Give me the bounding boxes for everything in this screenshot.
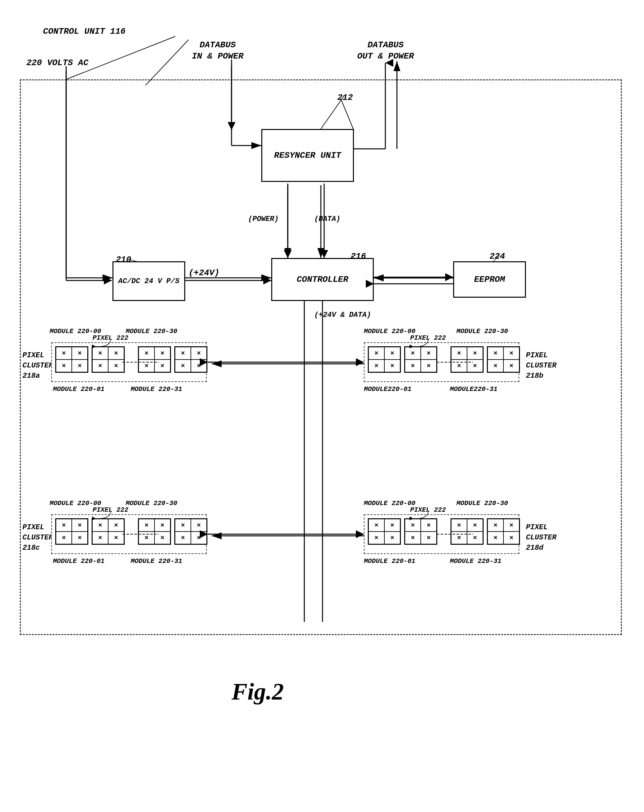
cell: ×	[175, 519, 191, 531]
module-220-30-b: × × × ×	[450, 346, 484, 373]
cell: ×	[139, 519, 154, 531]
plus24v-data-label: (+24V & DATA)	[314, 311, 371, 319]
cluster-218b-box: × × × × × × × × × × × × × × × ×	[364, 342, 519, 382]
cell: ×	[451, 360, 467, 372]
eeprom-label: EEPROM	[474, 275, 505, 284]
cell: ×	[421, 360, 436, 372]
cell: ×	[175, 347, 191, 360]
cell: ×	[405, 531, 421, 544]
module-220-31-a-label: MODULE 220-31	[131, 385, 182, 393]
cell: ×	[488, 347, 504, 360]
cell: ×	[504, 519, 519, 531]
cell: ×	[504, 360, 519, 372]
cluster-218c-box: × × × × × × × × × × × × × × × ×	[51, 514, 207, 554]
module-220-01-b-label: MODULE220-01	[364, 385, 412, 393]
cell: ×	[72, 531, 88, 544]
cell: ×	[488, 531, 504, 544]
module-220-01-a-label: MODULE 220-01	[53, 385, 105, 393]
cell: ×	[421, 519, 436, 531]
cell: ×	[451, 531, 467, 544]
cell: ×	[405, 360, 421, 372]
module-220-31-c-label: MODULE 220-31	[131, 557, 182, 565]
module-220-30-a-top-label: MODULE 220-30	[126, 327, 177, 335]
module-220-00-b: × × × ×	[368, 346, 401, 373]
cell: ×	[368, 360, 385, 372]
module-220-01-c-label: MODULE 220-01	[53, 557, 105, 565]
cell: ×	[92, 519, 108, 531]
module-inner-d: × × × ×	[404, 518, 437, 545]
eeprom-num: 224	[490, 251, 505, 261]
cell: ×	[139, 531, 154, 544]
cell: ×	[92, 531, 108, 544]
module-220-30-c-top-label: MODULE 220-30	[126, 499, 177, 507]
cell: ×	[108, 531, 124, 544]
module-220-01-d-label: MODULE 220-01	[364, 557, 415, 565]
cell: ×	[108, 347, 124, 360]
acdc-label: AC/DC 24 V P/S	[118, 277, 180, 285]
resyncer-label: RESYNCER UNIT	[274, 151, 341, 160]
module-inner-a: × × × ×	[92, 346, 125, 373]
cell: ×	[368, 519, 385, 531]
module-220-30-d: × × × ×	[450, 518, 484, 545]
pixel-222-b-label: PIXEL 222	[410, 334, 446, 342]
cell: ×	[385, 519, 400, 531]
cluster-218b-label: PIXELCLUSTER218b	[526, 351, 556, 381]
diagram-container: CONTROL UNIT 116 220 VOLTS AC DATABUSIN …	[0, 0, 644, 812]
cluster-218d-label: PIXELCLUSTER218d	[526, 523, 556, 553]
cell: ×	[451, 347, 467, 360]
cell: ×	[72, 347, 88, 360]
pixel-222-c-label: PIXEL 222	[93, 506, 128, 514]
data-label: (DATA)	[314, 215, 340, 223]
cell: ×	[56, 347, 72, 360]
cell: ×	[92, 360, 108, 372]
volts-ac-label: 220 VOLTS AC	[26, 58, 88, 68]
module-220-00-d-top-label: MODULE 220-00	[364, 499, 415, 507]
controller-label: CONTROLLER	[297, 275, 348, 284]
resyncer-num: 212	[337, 93, 353, 102]
plus24v-label: (+24V)	[189, 268, 220, 278]
svg-line-23	[145, 40, 189, 85]
controller-num: 216	[351, 251, 366, 261]
cell: ×	[467, 519, 483, 531]
cell: ×	[175, 531, 191, 544]
pixel-222-d-label: PIXEL 222	[410, 506, 446, 514]
cell: ×	[385, 347, 400, 360]
module-220-30-inner-c: × × × ×	[174, 518, 208, 545]
cell: ×	[154, 360, 170, 372]
cell: ×	[139, 360, 154, 372]
cell: ×	[92, 347, 108, 360]
cell: ×	[72, 519, 88, 531]
power-label: (POWER)	[248, 215, 279, 223]
cell: ×	[405, 519, 421, 531]
cell: ×	[175, 360, 191, 372]
module-220-30-c: × × × ×	[138, 518, 171, 545]
cell: ×	[488, 519, 504, 531]
module-220-30-inner-d: × × × ×	[487, 518, 520, 545]
cell: ×	[467, 347, 483, 360]
cell: ×	[56, 519, 72, 531]
module-220-00-b-top-label: MODULE 220-00	[364, 327, 415, 335]
cell: ×	[368, 531, 385, 544]
cell: ×	[154, 347, 170, 360]
cell: ×	[108, 519, 124, 531]
databus-out-label: DATABUSOUT & POWER	[357, 40, 414, 62]
cell: ×	[451, 519, 467, 531]
module-220-31-d-label: MODULE 220-31	[450, 557, 501, 565]
cluster-218c-label: PIXELCLUSTER218c	[23, 523, 53, 553]
cell: ×	[368, 347, 385, 360]
cell: ×	[56, 531, 72, 544]
cell: ×	[421, 531, 436, 544]
cell: ×	[154, 531, 170, 544]
cell: ×	[56, 360, 72, 372]
control-unit-label: CONTROL UNIT 116	[43, 26, 126, 37]
controller-box: CONTROLLER	[271, 258, 374, 301]
module-220-00-d: × × × ×	[368, 518, 401, 545]
cell: ×	[504, 531, 519, 544]
cell: ×	[504, 347, 519, 360]
cell: ×	[405, 347, 421, 360]
module-inner-c: × × × ×	[92, 518, 125, 545]
cluster-218a-box: × × × × × × × × × × × × × × × ×	[51, 342, 207, 382]
module-220-30-a: × × × ×	[138, 346, 171, 373]
fig-label: Fig.2	[232, 678, 284, 705]
cell: ×	[154, 519, 170, 531]
